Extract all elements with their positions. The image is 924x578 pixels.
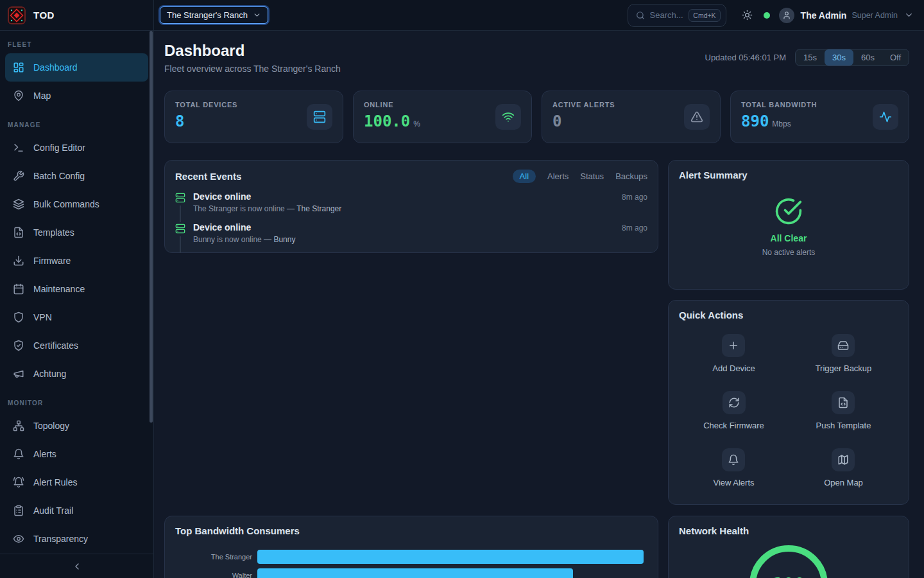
recent-events-panel: Recent Events All Alerts Status Backups … [164, 160, 658, 253]
sidebar-collapse-button[interactable] [0, 554, 153, 578]
sidebar-section-monitor: MONITOR [0, 399, 153, 407]
event-description: Bunny is now online [193, 235, 262, 244]
file-code-icon [13, 227, 24, 238]
alert-summary-status: All Clear [771, 233, 807, 243]
sidebar-item-transparency[interactable]: Transparency [5, 525, 148, 553]
event-time: 8m ago [622, 223, 647, 232]
network-health-gauge: 100 [749, 545, 828, 578]
sidebar-item-alerts[interactable]: Alerts [5, 440, 148, 468]
alert-summary-panel: Alert Summary All Clear No active alerts [668, 160, 909, 290]
sidebar-item-map[interactable]: Map [5, 82, 148, 110]
sidebar-item-bulk-commands[interactable]: Bulk Commands [5, 190, 148, 218]
sidebar: FLEET Dashboard Map MANAGE Config Editor… [0, 31, 154, 578]
search-input[interactable] [650, 10, 684, 20]
event-title: Device online [193, 222, 251, 232]
sidebar-item-alert-rules[interactable]: Alert Rules [5, 468, 148, 496]
brand: TOD [0, 0, 154, 31]
bandwidth-bar [257, 550, 644, 564]
sidebar-item-achtung[interactable]: Achtung [5, 360, 148, 388]
stat-card-total-bandwidth: TOTAL BANDWIDTH 890Mbps [730, 91, 909, 143]
stat-value: 0 [552, 113, 561, 130]
sidebar-item-dashboard[interactable]: Dashboard [5, 53, 148, 82]
quick-action-label: Check Firmware [703, 421, 764, 430]
event-filter-tabs: All Alerts Status Backups [513, 170, 647, 183]
event-list: Device online 8m ago The Stranger is now… [175, 191, 647, 253]
sidebar-item-label: Firmware [33, 256, 71, 266]
sidebar-item-templates[interactable]: Templates [5, 218, 148, 247]
tab-alerts[interactable]: Alerts [547, 171, 569, 181]
sidebar-item-certificates[interactable]: Certificates [5, 331, 148, 360]
sidebar-item-label: Templates [33, 227, 74, 238]
calendar-icon [13, 283, 24, 295]
clipboard-icon [13, 505, 24, 516]
tab-backups[interactable]: Backups [615, 171, 647, 181]
stat-label: ONLINE [364, 101, 420, 109]
theme-toggle-sun-icon[interactable] [742, 10, 753, 21]
sidebar-nav: FLEET Dashboard Map MANAGE Config Editor… [0, 31, 153, 553]
stat-card-online: ONLINE 100.0% [353, 91, 532, 143]
sidebar-item-batch-config[interactable]: Batch Config [5, 162, 148, 190]
event-description: The Stranger is now online [193, 204, 285, 213]
download-icon [13, 255, 24, 267]
hard-drive-icon [832, 334, 855, 357]
connection-status-dot [764, 12, 770, 19]
page-title: Dashboard [164, 41, 341, 60]
updated-timestamp: Updated 05:46:01 PM [705, 53, 786, 62]
sidebar-item-config-editor[interactable]: Config Editor [5, 134, 148, 162]
quick-action-label: Add Device [712, 363, 755, 373]
quick-action-trigger-backup[interactable]: Trigger Backup [816, 334, 872, 373]
sidebar-item-audit-trail[interactable]: Audit Trail [5, 496, 148, 525]
search-shortcut-badge: Cmd+K [689, 9, 720, 22]
sidebar-item-label: Audit Trail [33, 505, 73, 516]
search-box[interactable]: Cmd+K [628, 4, 726, 27]
sidebar-item-label: VPN [33, 312, 52, 322]
event-title: Device online [193, 191, 251, 202]
refresh-option-30s[interactable]: 30s [825, 49, 853, 66]
quick-action-push-template[interactable]: Push Template [816, 391, 871, 430]
tab-all[interactable]: All [513, 170, 536, 183]
sidebar-item-label: Achtung [33, 369, 66, 379]
refresh-option-60s[interactable]: 60s [853, 49, 882, 66]
activity-icon [873, 104, 898, 130]
network-icon [13, 420, 24, 432]
quick-actions-title: Quick Actions [679, 310, 743, 320]
tab-status[interactable]: Status [580, 171, 604, 181]
map-icon [832, 448, 855, 471]
quick-action-add-device[interactable]: Add Device [712, 334, 755, 373]
refresh-interval-control: 15s 30s 60s Off [795, 49, 909, 66]
bandwidth-row: The Stranger [175, 550, 647, 564]
map-pin-icon [13, 90, 24, 101]
sidebar-item-topology[interactable]: Topology [5, 412, 148, 440]
refresh-option-off[interactable]: Off [882, 49, 909, 66]
stat-suffix: Mbps [772, 116, 791, 132]
user-menu-chevron-down-icon[interactable] [904, 10, 914, 20]
terminal-icon [13, 142, 24, 153]
sidebar-item-label: Dashboard [33, 62, 78, 73]
quick-action-check-firmware[interactable]: Check Firmware [703, 391, 764, 430]
sidebar-item-label: Bulk Commands [33, 199, 99, 209]
stat-cards: TOTAL DEVICES 8 ONLINE 100.0% ACTIVE ALE… [164, 91, 909, 143]
sidebar-item-firmware[interactable]: Firmware [5, 247, 148, 275]
sidebar-section-manage: MANAGE [0, 121, 153, 128]
quick-action-open-map[interactable]: Open Map [824, 448, 863, 487]
refresh-option-15s[interactable]: 15s [796, 49, 825, 66]
quick-action-view-alerts[interactable]: View Alerts [713, 448, 754, 487]
avatar[interactable] [779, 8, 794, 23]
sidebar-item-label: Alert Rules [33, 477, 77, 487]
event-device: — The Stranger [287, 204, 341, 213]
event-time: 8m ago [622, 193, 647, 202]
sidebar-item-vpn[interactable]: VPN [5, 303, 148, 331]
sidebar-item-maintenance[interactable]: Maintenance [5, 275, 148, 303]
bandwidth-row: Walter [175, 568, 647, 578]
user-icon [782, 11, 791, 20]
eye-icon [13, 533, 24, 545]
shield-check-icon [13, 340, 24, 351]
alert-summary-detail: No active alerts [762, 248, 816, 257]
stat-card-active-alerts: ACTIVE ALERTS 0 [542, 91, 721, 143]
sidebar-scrollbar[interactable] [150, 31, 153, 423]
tod-logo-icon [8, 6, 26, 24]
bandwidth-bar-chart: The Stranger Walter [175, 550, 647, 578]
quick-action-label: View Alerts [713, 478, 754, 487]
site-selector[interactable]: The Stranger's Ranch [160, 6, 268, 24]
shield-icon [13, 311, 24, 323]
